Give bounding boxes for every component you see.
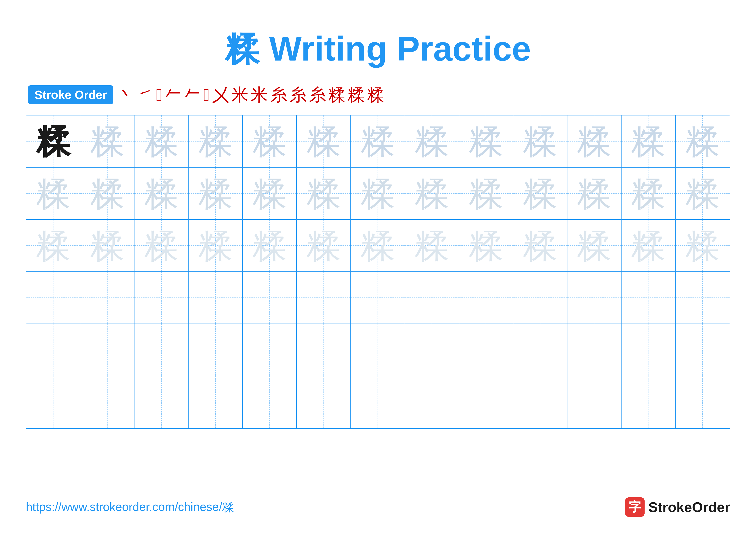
cell-1-5: 糅 (243, 115, 297, 167)
cell-5-5 (243, 324, 297, 376)
grid-row-2: 糅 糅 糅 糅 糅 糅 糅 糅 糅 糅 糅 糅 糅 (26, 167, 730, 220)
cell-6-10 (513, 376, 567, 428)
cell-4-5 (243, 272, 297, 323)
footer-url: https://www.strokeorder.com/chinese/糅 (26, 499, 234, 515)
cell-2-7: 糅 (351, 167, 405, 219)
cell-5-9 (459, 324, 513, 376)
cell-6-7 (351, 376, 405, 428)
grid-row-4 (26, 272, 730, 324)
stroke-1: 丶 (117, 86, 134, 103)
cell-4-6 (297, 272, 351, 323)
cell-6-2 (80, 376, 134, 428)
cell-4-3 (134, 272, 189, 323)
cell-6-6 (297, 376, 351, 428)
cell-5-7 (351, 324, 405, 376)
cell-5-4 (189, 324, 243, 376)
cell-2-9: 糅 (459, 167, 513, 219)
char-light: 糅 (90, 124, 124, 159)
cell-5-8 (405, 324, 459, 376)
page-title: 糅 Writing Practice (225, 29, 531, 68)
cell-6-4 (189, 376, 243, 428)
cell-5-11 (567, 324, 622, 376)
cell-4-7 (351, 272, 405, 323)
stroke-5: 𠂉 (184, 86, 201, 103)
footer-logo: 字 StrokeOrder (625, 497, 730, 517)
cell-1-1: 糅 (26, 115, 80, 167)
stroke-12: 糸 (309, 86, 326, 103)
footer: https://www.strokeorder.com/chinese/糅 字 … (26, 497, 730, 517)
cell-5-10 (513, 324, 567, 376)
cell-4-12 (622, 272, 676, 323)
cell-2-8: 糅 (405, 167, 459, 219)
cell-5-2 (80, 324, 134, 376)
title-char: 糅 (225, 29, 259, 68)
cell-4-9 (459, 272, 513, 323)
cell-1-6: 糅 (297, 115, 351, 167)
cell-1-3: 糅 (134, 115, 189, 167)
stroke-order-row: Stroke Order 丶 ㇀ 𠄌 𠂉 𠂉 𠂊 㐅 米 米 糸 糸 糸 糅 糅… (26, 85, 730, 104)
cell-1-7: 糅 (351, 115, 405, 167)
cell-2-3: 糅 (134, 167, 189, 219)
stroke-11: 糸 (289, 86, 307, 103)
grid-row-6 (26, 376, 730, 428)
cell-1-13: 糅 (676, 115, 730, 167)
grid-row-3: 糅 糅 糅 糅 糅 糅 糅 糅 糅 糅 糅 糅 糅 (26, 220, 730, 272)
cell-3-1: 糅 (26, 220, 80, 271)
cell-2-11: 糅 (567, 167, 622, 219)
title-suffix: Writing Practice (259, 29, 531, 68)
cell-3-5: 糅 (243, 220, 297, 271)
stroke-4: 𠂉 (164, 86, 182, 103)
char-dark: 糅 (36, 124, 70, 159)
stroke-order-badge: Stroke Order (28, 85, 113, 104)
cell-3-11: 糅 (567, 220, 622, 271)
cell-3-4: 糅 (189, 220, 243, 271)
cell-2-6: 糅 (297, 167, 351, 219)
cell-6-9 (459, 376, 513, 428)
cell-6-11 (567, 376, 622, 428)
cell-1-4: 糅 (189, 115, 243, 167)
grid-row-5 (26, 324, 730, 376)
cell-5-3 (134, 324, 189, 376)
cell-4-2 (80, 272, 134, 323)
cell-3-2: 糅 (80, 220, 134, 271)
cell-3-9: 糅 (459, 220, 513, 271)
cell-3-13: 糅 (676, 220, 730, 271)
cell-1-12: 糅 (622, 115, 676, 167)
grid-row-1: 糅 糅 糅 糅 糅 糅 糅 糅 糅 糅 糅 糅 糅 (26, 115, 730, 167)
cell-2-13: 糅 (676, 167, 730, 219)
stroke-10: 糸 (270, 86, 287, 103)
cell-5-1 (26, 324, 80, 376)
cell-2-5: 糅 (243, 167, 297, 219)
stroke-chars-container: 丶 ㇀ 𠄌 𠂉 𠂉 𠂊 㐅 米 米 糸 糸 糸 糅 糅 糅 (117, 86, 384, 103)
cell-6-5 (243, 376, 297, 428)
cell-4-10 (513, 272, 567, 323)
cell-3-8: 糅 (405, 220, 459, 271)
cell-6-1 (26, 376, 80, 428)
stroke-14: 糅 (348, 86, 365, 103)
cell-6-3 (134, 376, 189, 428)
stroke-7: 㐅 (212, 86, 229, 103)
page: 糅 Writing Practice Stroke Order 丶 ㇀ 𠄌 𠂉 … (0, 0, 756, 534)
stroke-8: 米 (231, 86, 249, 103)
stroke-3: 𠄌 (156, 86, 162, 103)
title-area: 糅 Writing Practice (26, 26, 730, 72)
practice-grid: 糅 糅 糅 糅 糅 糅 糅 糅 糅 糅 糅 糅 糅 糅 糅 糅 糅 糅 糅 糅 … (26, 115, 730, 429)
cell-3-12: 糅 (622, 220, 676, 271)
cell-2-2: 糅 (80, 167, 134, 219)
cell-2-12: 糅 (622, 167, 676, 219)
cell-2-10: 糅 (513, 167, 567, 219)
cell-4-11 (567, 272, 622, 323)
cell-6-12 (622, 376, 676, 428)
logo-icon: 字 (625, 497, 645, 517)
cell-4-8 (405, 272, 459, 323)
cell-3-7: 糅 (351, 220, 405, 271)
cell-1-11: 糅 (567, 115, 622, 167)
cell-4-1 (26, 272, 80, 323)
cell-4-13 (676, 272, 730, 323)
cell-3-10: 糅 (513, 220, 567, 271)
cell-2-4: 糅 (189, 167, 243, 219)
cell-5-13 (676, 324, 730, 376)
cell-6-13 (676, 376, 730, 428)
cell-1-8: 糅 (405, 115, 459, 167)
cell-6-8 (405, 376, 459, 428)
